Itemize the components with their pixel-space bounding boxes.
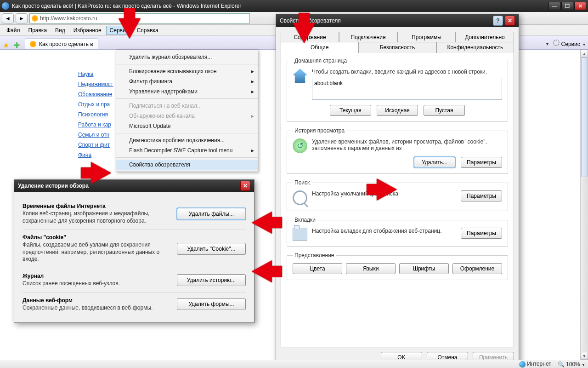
internet-options-dialog: Свойства обозревателя ? ✕ Содержание Под… <box>276 14 519 368</box>
link[interactable]: Психология <box>78 111 113 118</box>
scroll-down-button[interactable]: ▼ <box>581 352 588 360</box>
row-heading: Журнал <box>23 273 170 279</box>
address-bar[interactable]: http://www.kakprosto.ru <box>29 13 250 23</box>
languages-button[interactable]: Языки <box>346 263 396 274</box>
tab-connections[interactable]: Подключения <box>339 32 397 42</box>
tab-content[interactable]: Содержание <box>281 32 339 42</box>
tab-privacy[interactable]: Конфиденциальность <box>436 42 514 53</box>
history-delete-button[interactable]: Удалить... <box>414 157 455 168</box>
tab-favicon-icon <box>30 41 36 47</box>
dd-subscribe-feed: Подписаться на веб-канал... <box>116 101 258 111</box>
history-text: Удаление временных файлов, истории просм… <box>312 138 502 153</box>
dd-internet-options[interactable]: Свойства обозревателя <box>116 160 258 170</box>
link[interactable]: Фина <box>78 152 113 158</box>
dialog-close-button[interactable]: ✕ <box>240 181 250 191</box>
dd-microsoft-update[interactable]: Microsoft Update <box>116 121 258 131</box>
favorites-star-icon[interactable]: ★ <box>3 41 11 49</box>
accessibility-button[interactable]: Оформление <box>452 263 502 274</box>
group-legend: Вкладки <box>293 217 317 223</box>
toolbar-more[interactable] <box>545 40 548 47</box>
link[interactable]: Работа и кар <box>78 121 113 128</box>
forward-button[interactable]: ► <box>16 13 28 23</box>
group-homepage: Домашняя страница Чтобы создать вкладки,… <box>287 58 508 122</box>
dd-delete-history[interactable]: Удалить журнал обозревателя... <box>116 52 258 62</box>
delete-files-button[interactable]: Удалить файлы... <box>177 208 246 220</box>
dd-addons[interactable]: Управление надстройками <box>116 86 258 97</box>
link[interactable]: Спорт и фит <box>78 142 113 148</box>
maximize-button[interactable]: ❐ <box>561 2 573 10</box>
ie-icon <box>2 2 9 10</box>
dd-connection-diag[interactable]: Диагностика проблем подключения... <box>116 135 258 145</box>
scroll-thumb[interactable] <box>581 58 588 177</box>
tabs-icon <box>293 228 307 241</box>
tabs-params-button[interactable]: Параметры <box>461 228 502 239</box>
history-icon <box>293 138 307 153</box>
link[interactable]: Образование <box>78 91 113 98</box>
link[interactable]: Семья и отн <box>78 132 113 138</box>
add-favorite-icon[interactable]: ✚ <box>14 41 22 49</box>
address-url: http://www.kakprosto.ru <box>40 15 248 22</box>
delete-history-button[interactable]: Удалить историю... <box>177 274 246 286</box>
toolbar-tools[interactable]: Сервис <box>553 40 585 47</box>
delete-history-dialog: Удаление истории обзора ✕ Временные файл… <box>14 179 254 323</box>
history-params-button[interactable]: Параметры <box>461 157 502 168</box>
colors-button[interactable]: Цвета <box>293 263 342 274</box>
group-appearance: Представление Цвета Языки Шрифты Оформле… <box>287 252 508 280</box>
page-scrollbar[interactable]: ▲ ▼ <box>580 50 588 360</box>
group-legend: История просмотра <box>293 127 346 134</box>
zone-label: Интернет <box>527 361 551 367</box>
row-heading: Файлы "cookie" <box>23 234 170 241</box>
menu-view[interactable]: Вид <box>51 26 69 35</box>
link[interactable]: Наука <box>78 71 113 77</box>
dialog-titlebar[interactable]: Удаление истории обзора ✕ <box>14 180 254 192</box>
homepage-current-button[interactable]: Текущая <box>330 105 371 116</box>
dd-phishing-filter[interactable]: Фильтр фишинга <box>116 76 258 86</box>
group-legend: Представление <box>293 252 336 259</box>
tab-advanced[interactable]: Дополнительно <box>456 32 514 42</box>
dialog-close-button[interactable]: ✕ <box>505 16 515 26</box>
back-button[interactable]: ◄ <box>2 13 14 23</box>
homepage-input[interactable] <box>312 78 502 100</box>
search-text: Настройка умолчаний для поиска. <box>312 190 456 205</box>
scroll-up-button[interactable]: ▲ <box>581 50 588 58</box>
row-desc: Файлы, создаваемые веб-узлами для сохран… <box>23 242 170 263</box>
page-category-links: Наука Недвижимост Образование Отдых и пр… <box>78 71 113 158</box>
tab-security[interactable]: Безопасность <box>358 42 436 53</box>
link[interactable]: Недвижимост <box>78 81 113 87</box>
home-icon <box>293 69 307 83</box>
delete-cookies-button[interactable]: Удалить "Cookie"... <box>177 243 246 255</box>
menu-help[interactable]: Справка <box>133 26 162 35</box>
dialog-title: Свойства обозревателя <box>280 17 493 24</box>
tab-general[interactable]: Общие <box>281 42 358 53</box>
delete-forms-button[interactable]: Удалить формы... <box>177 298 246 310</box>
dialog-help-button[interactable]: ? <box>493 16 503 26</box>
homepage-default-button[interactable]: Исходная <box>377 105 418 116</box>
dd-popup-blocker[interactable]: Блокирование всплывающих окон <box>116 66 258 76</box>
homepage-text: Чтобы создать вкладки, введите каждый из… <box>312 69 502 75</box>
menu-file[interactable]: Файл <box>3 26 24 35</box>
zoom-control[interactable]: 🔍 100% ▼ <box>558 361 585 368</box>
dd-feed-discovery: Обнаружение веб-канала <box>116 111 258 121</box>
fonts-button[interactable]: Шрифты <box>399 263 449 274</box>
minimize-button[interactable]: — <box>548 2 560 10</box>
row-heading: Данные веб-форм <box>23 297 170 304</box>
menu-edit[interactable]: Правка <box>25 26 51 35</box>
site-favicon-icon <box>32 15 38 22</box>
row-desc: Копии веб-страниц, изображения и медиафа… <box>23 210 170 224</box>
homepage-blank-button[interactable]: Пустая <box>424 105 465 116</box>
link[interactable]: Отдых и пра <box>78 101 113 108</box>
dialog-titlebar[interactable]: Свойства обозревателя ? ✕ <box>276 14 519 27</box>
window-titlebar: Как просто сделать всё! | KakProsto.ru: … <box>0 0 588 12</box>
search-icon <box>293 190 307 205</box>
group-legend: Домашняя страница <box>293 58 349 64</box>
browser-tab[interactable]: Как просто сделать в <box>25 38 98 49</box>
menu-favorites[interactable]: Избранное <box>70 26 105 35</box>
group-tabs: Вкладки Настройка вкладок для отображени… <box>287 217 508 247</box>
menu-tools[interactable]: Сервис <box>106 26 132 35</box>
close-button[interactable]: ✕ <box>574 2 586 10</box>
tab-programs[interactable]: Программы <box>397 32 456 42</box>
gear-icon <box>553 40 560 46</box>
dd-flash-decompiler[interactable]: Flash Decompiler SWF Capture tool menu <box>116 145 258 155</box>
search-params-button[interactable]: Параметры <box>461 190 502 201</box>
tab-label: Как просто сделать в <box>39 41 93 47</box>
